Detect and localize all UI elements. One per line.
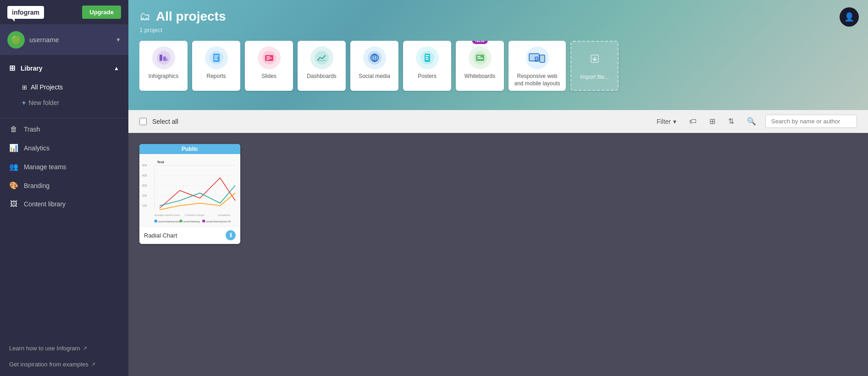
sort-button[interactable]: ⇅ bbox=[724, 115, 738, 128]
user-avatar-button[interactable]: 👤 bbox=[840, 7, 859, 27]
user-section[interactable]: 🟢 username ▼ bbox=[0, 25, 128, 55]
template-label-slides: Slides bbox=[261, 73, 276, 80]
page-title: All projects bbox=[156, 9, 226, 24]
new-badge: New bbox=[472, 41, 488, 44]
search-input[interactable] bbox=[765, 115, 857, 128]
svg-rect-13 bbox=[266, 59, 269, 60]
toolbar: Select all Filter ▾ 🏷 ⊞ ⇅ 🔍 bbox=[128, 110, 868, 133]
svg-rect-52 bbox=[155, 220, 157, 222]
sidebar-header: infogram Upgrade bbox=[0, 0, 128, 25]
svg-rect-7 bbox=[214, 57, 217, 58]
tag-icon-button[interactable]: 🏷 bbox=[686, 115, 700, 128]
projects-area: Public 500 400 300 200 1 bbox=[128, 133, 868, 376]
library-nav-item[interactable]: ⊞ Library ▲ bbox=[0, 59, 128, 77]
sidebar-item-trash[interactable]: 🗑 Trash bbox=[0, 120, 128, 138]
external-link-icon: ↗ bbox=[91, 361, 95, 367]
template-card-reports[interactable]: Reports bbox=[192, 41, 240, 91]
grid-icon: ⊞ bbox=[22, 84, 27, 91]
user-icon: 👤 bbox=[844, 12, 854, 22]
svg-text:average monthly users: average monthly users bbox=[155, 214, 180, 216]
template-card-import[interactable]: Import file... bbox=[570, 41, 619, 91]
project-count: 1 project bbox=[139, 27, 857, 33]
template-card-infographics[interactable]: Infographics bbox=[139, 41, 188, 91]
template-label-infographics: Infographics bbox=[149, 73, 178, 80]
analytics-label: Analytics bbox=[24, 144, 50, 152]
analytics-icon: 📊 bbox=[9, 144, 18, 152]
examples-link[interactable]: Get inspiration from examples ↗ bbox=[0, 356, 128, 372]
svg-rect-24 bbox=[426, 59, 429, 60]
learn-label: Learn how to use Infogram bbox=[9, 345, 80, 352]
sidebar-item-branding[interactable]: 🎨 Branding bbox=[0, 176, 128, 195]
svg-rect-1 bbox=[160, 55, 162, 61]
all-projects-label: All Projects bbox=[31, 83, 63, 91]
project-info-button[interactable]: ℹ bbox=[226, 230, 236, 240]
chevron-up-icon: ▲ bbox=[114, 65, 119, 72]
sidebar-item-manage-teams[interactable]: 👥 Manage teams bbox=[0, 157, 128, 176]
project-card-radial-chart[interactable]: Public 500 400 300 200 1 bbox=[139, 144, 240, 244]
svg-text:social listening tools: social listening tools bbox=[158, 220, 181, 223]
svg-point-14 bbox=[315, 51, 329, 65]
template-card-posters[interactable]: Posters bbox=[403, 41, 451, 91]
public-badge: Public bbox=[139, 144, 240, 154]
library-label: Library bbox=[21, 65, 42, 72]
sidebar-bottom: Learn how to use Infogram ↗ Get inspirat… bbox=[0, 340, 128, 376]
svg-text:3 months change: 3 months change bbox=[185, 214, 204, 216]
svg-rect-15 bbox=[318, 60, 326, 61]
svg-text:500: 500 bbox=[142, 164, 147, 167]
branding-icon: 🎨 bbox=[9, 181, 18, 190]
template-label-responsive: Responsive web and mobile layouts bbox=[513, 73, 561, 87]
sidebar-item-analytics[interactable]: 📊 Analytics bbox=[0, 138, 128, 157]
chevron-down-icon: ▾ bbox=[673, 118, 676, 125]
filter-button[interactable]: Filter ▾ bbox=[653, 116, 680, 127]
template-card-responsive[interactable]: Responsive web and mobile layouts bbox=[509, 41, 566, 91]
page-icon: 🗂 bbox=[139, 10, 150, 23]
sidebar: infogram Upgrade 🟢 username ▼ ⊞ Library … bbox=[0, 0, 128, 376]
svg-rect-27 bbox=[477, 56, 481, 57]
upgrade-button[interactable]: Upgrade bbox=[82, 6, 121, 19]
main-content: 🗂 All projects 1 project Infographics bbox=[128, 0, 868, 376]
new-folder-button[interactable]: + New folder bbox=[0, 95, 128, 111]
template-label-dashboards: Dashboards bbox=[307, 73, 337, 80]
svg-rect-54 bbox=[180, 220, 182, 222]
template-label-social-media: Social media bbox=[359, 73, 390, 80]
svg-text:100: 100 bbox=[142, 204, 147, 207]
divider bbox=[0, 118, 128, 118]
search-button[interactable]: 🔍 bbox=[743, 115, 760, 128]
content-library-icon: 🖼 bbox=[9, 200, 18, 208]
project-thumbnail: 500 400 300 200 100 Test average monthly… bbox=[139, 155, 240, 226]
template-label-import: Import file... bbox=[580, 74, 609, 81]
project-footer: Radial Chart ℹ bbox=[139, 226, 240, 244]
library-section: ⊞ Library ▲ ⊞ All Projects + New folder bbox=[0, 55, 128, 116]
library-submenu: ⊞ All Projects + New folder bbox=[0, 77, 128, 112]
template-row: Infographics Reports bbox=[139, 41, 857, 93]
new-folder-label: New folder bbox=[28, 99, 59, 106]
examples-label: Get inspiration from examples bbox=[9, 361, 88, 368]
external-link-icon: ↗ bbox=[83, 345, 87, 351]
svg-text:Test: Test bbox=[157, 160, 165, 164]
select-all-checkbox[interactable] bbox=[139, 118, 147, 125]
select-all-label[interactable]: Select all bbox=[152, 118, 178, 125]
branding-label: Branding bbox=[24, 182, 50, 189]
template-card-slides[interactable]: Slides bbox=[245, 41, 293, 91]
filter-label: Filter bbox=[657, 118, 671, 125]
template-card-whiteboards[interactable]: New Whiteboards bbox=[456, 41, 504, 91]
chevron-down-icon: ▼ bbox=[116, 37, 121, 43]
sidebar-item-all-projects[interactable]: ⊞ All Projects bbox=[0, 79, 128, 95]
sidebar-item-content-library[interactable]: 🖼 Content library bbox=[0, 195, 128, 213]
template-card-social-media[interactable]: Social media bbox=[350, 41, 398, 91]
svg-rect-56 bbox=[203, 220, 205, 222]
hero-title-row: 🗂 All projects bbox=[139, 9, 857, 24]
learn-link[interactable]: Learn how to use Infogram ↗ bbox=[0, 340, 128, 356]
manage-teams-label: Manage teams bbox=[24, 163, 66, 171]
avatar: 🟢 bbox=[7, 31, 25, 49]
svg-text:400: 400 bbox=[142, 174, 147, 177]
svg-rect-8 bbox=[214, 59, 218, 60]
grid-view-button[interactable]: ⊞ bbox=[706, 115, 719, 128]
teams-icon: 👥 bbox=[9, 162, 18, 171]
project-name: Radial Chart bbox=[144, 232, 177, 239]
svg-text:300: 300 bbox=[142, 184, 147, 187]
svg-rect-3 bbox=[166, 58, 168, 61]
template-card-dashboards[interactable]: Dashboards bbox=[298, 41, 346, 91]
svg-rect-6 bbox=[214, 55, 219, 56]
svg-rect-28 bbox=[477, 58, 483, 59]
